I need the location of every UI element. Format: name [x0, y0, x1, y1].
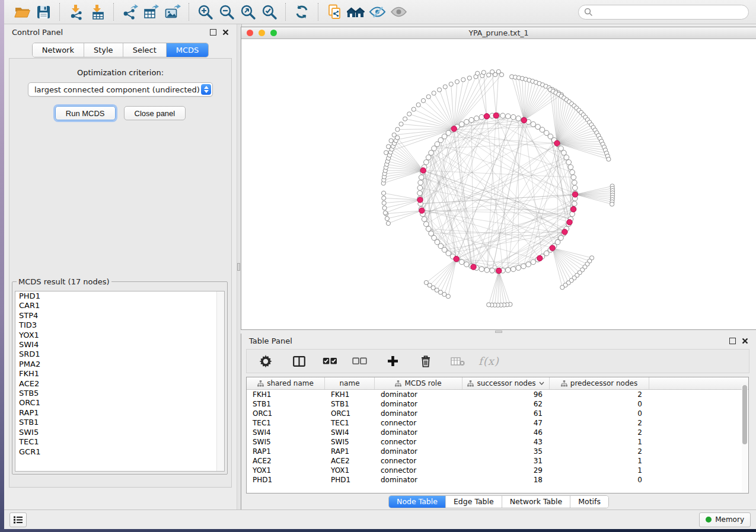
graph-leaf-node[interactable]: [385, 216, 389, 220]
graph-leaf-node[interactable]: [395, 127, 400, 132]
graph-node[interactable]: [511, 114, 516, 120]
zoom-in-button[interactable]: [194, 2, 216, 22]
table-settings-button[interactable]: [253, 352, 279, 371]
network-graph[interactable]: [241, 39, 756, 329]
table-row[interactable]: YOX1YOX1connector291: [247, 466, 748, 475]
column-header-predecessor-nodes[interactable]: predecessor nodes: [550, 377, 649, 389]
splitter-handle[interactable]: [495, 331, 502, 333]
zoom-fit-button[interactable]: [237, 2, 259, 22]
graph-node[interactable]: [531, 259, 536, 265]
tab-style[interactable]: Style: [84, 43, 123, 57]
graph-node[interactable]: [516, 116, 521, 121]
graph-edge[interactable]: [386, 211, 422, 214]
graph-leaf-node[interactable]: [449, 82, 453, 86]
mcds-result-node[interactable]: SRD1: [15, 350, 224, 359]
mcds-result-node[interactable]: STB1: [15, 418, 224, 427]
graph-node[interactable]: [446, 130, 451, 136]
graph-node[interactable]: [418, 180, 423, 185]
graph-leaf-node[interactable]: [461, 78, 465, 82]
graph-leaf-node[interactable]: [382, 206, 387, 210]
graph-leaf-node[interactable]: [386, 221, 390, 225]
float-panel-icon[interactable]: [729, 338, 736, 344]
table-row[interactable]: FKH1FKH1dominator962: [247, 390, 748, 399]
graph-edge[interactable]: [508, 120, 524, 270]
graph-node[interactable]: [572, 185, 578, 191]
table-row[interactable]: PHD1PHD1dominator180: [247, 475, 748, 485]
import-network-button[interactable]: [65, 2, 87, 22]
graph-mcds-hub-node[interactable]: [451, 126, 457, 132]
function-builder-button[interactable]: f(x): [476, 352, 502, 371]
search-input[interactable]: [596, 7, 743, 17]
graph-mcds-hub-node[interactable]: [567, 219, 572, 225]
graph-node[interactable]: [435, 239, 440, 245]
graph-node[interactable]: [506, 114, 511, 119]
graph-leaf-node[interactable]: [421, 98, 425, 102]
graph-edge[interactable]: [445, 116, 487, 249]
graph-node[interactable]: [531, 121, 536, 127]
tab-node-table[interactable]: Node Table: [389, 496, 446, 508]
graph-edge[interactable]: [489, 271, 499, 305]
table-scrollbar-thumb[interactable]: [742, 385, 747, 444]
open-session-button[interactable]: [11, 2, 33, 22]
mcds-result-node[interactable]: ACE2: [15, 379, 224, 389]
tab-select[interactable]: Select: [123, 43, 167, 57]
graph-leaf-node[interactable]: [403, 117, 407, 121]
criterion-select[interactable]: largest connected component (undirected): [28, 82, 213, 97]
graph-leaf-node[interactable]: [487, 303, 491, 307]
graph-node[interactable]: [479, 114, 484, 120]
table-row[interactable]: SWI5SWI5connector431: [247, 437, 748, 447]
graph-node[interactable]: [424, 160, 429, 165]
graph-edge[interactable]: [444, 259, 456, 294]
close-panel-icon[interactable]: [222, 29, 229, 36]
export-network-button[interactable]: [119, 2, 141, 22]
graph-edge[interactable]: [454, 75, 495, 129]
column-header-MCDS-role[interactable]: MCDS role: [375, 377, 462, 389]
graph-node[interactable]: [506, 268, 511, 273]
graph-mcds-hub-node[interactable]: [550, 245, 555, 251]
graph-node[interactable]: [566, 160, 572, 165]
graph-edge[interactable]: [492, 72, 496, 116]
network-canvas[interactable]: [241, 39, 756, 329]
graph-node[interactable]: [422, 217, 427, 222]
graph-node[interactable]: [490, 268, 495, 273]
graph-edge[interactable]: [553, 248, 569, 283]
mcds-result-node[interactable]: FKH1: [15, 369, 224, 379]
zoom-out-button[interactable]: [216, 2, 237, 22]
graph-node[interactable]: [459, 259, 464, 265]
table-row[interactable]: TEC1TEC1connector472: [247, 418, 748, 428]
graph-node[interactable]: [426, 155, 431, 160]
graph-node[interactable]: [474, 116, 479, 121]
apply-layout-button[interactable]: [291, 2, 312, 22]
mcds-result-node[interactable]: TEC1: [15, 437, 224, 447]
graph-mcds-hub-node[interactable]: [419, 208, 425, 213]
result-list-scrollbar[interactable]: [216, 291, 224, 471]
graph-edge[interactable]: [385, 200, 420, 213]
graph-edge[interactable]: [397, 137, 423, 170]
graph-edge[interactable]: [497, 167, 570, 271]
graph-edge[interactable]: [397, 129, 454, 129]
graph-mcds-hub-node[interactable]: [570, 207, 576, 212]
tab-motifs[interactable]: Motifs: [570, 496, 608, 508]
graph-mcds-hub-node[interactable]: [420, 168, 426, 173]
graph-leaf-node[interactable]: [416, 102, 420, 107]
graph-leaf-node[interactable]: [426, 95, 430, 99]
graph-node[interactable]: [459, 121, 464, 127]
graph-node[interactable]: [511, 267, 516, 272]
graph-node[interactable]: [516, 265, 521, 271]
graph-edge[interactable]: [388, 158, 423, 171]
graph-node[interactable]: [484, 268, 490, 273]
graph-node[interactable]: [568, 165, 573, 170]
table-row[interactable]: STB1STB1dominator620: [247, 399, 748, 409]
graph-node[interactable]: [521, 264, 527, 269]
mcds-result-node[interactable]: PMA2: [15, 360, 224, 369]
mcds-result-node[interactable]: CAR1: [15, 301, 224, 310]
mcds-result-node[interactable]: STP4: [15, 311, 224, 321]
column-header-shared-name[interactable]: shared name: [247, 377, 325, 389]
graph-node[interactable]: [526, 262, 531, 267]
graph-leaf-node[interactable]: [432, 91, 436, 95]
graph-edge[interactable]: [384, 200, 420, 203]
graph-node[interactable]: [469, 117, 474, 123]
graph-edge[interactable]: [524, 89, 553, 120]
table-row[interactable]: SWI4SWI4dominator462: [247, 428, 748, 437]
graph-node[interactable]: [559, 235, 564, 241]
